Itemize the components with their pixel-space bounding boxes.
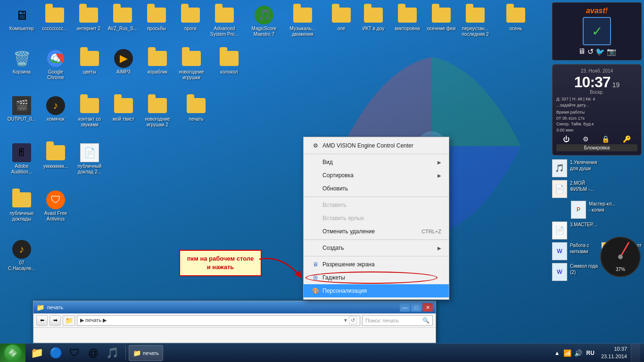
sidebar-file-1[interactable]: 🎵 1.Увлечениядля души xyxy=(552,159,642,177)
icon-label-folder1: ссссссссс... xyxy=(42,26,67,32)
icon-advanced[interactable]: Advanced System Pro... xyxy=(207,4,241,39)
tray-volume-icon[interactable]: 🔊 xyxy=(573,349,584,357)
start-button[interactable] xyxy=(0,344,25,362)
tray-expand-icon[interactable]: ▲ xyxy=(553,350,562,356)
ctx-vstavit-yarlyk[interactable]: Вставить ярлык xyxy=(304,212,449,225)
clock-timer: 3:00 мин xyxy=(556,127,637,133)
icon-viktorovna[interactable]: викторовна xyxy=(390,4,424,33)
clock-gear-icon[interactable]: ⚙ xyxy=(583,135,589,143)
icon-publichndoklady[interactable]: публичные доклады xyxy=(5,189,39,224)
show-desktop-btn[interactable] xyxy=(631,344,640,362)
ctx-obnovit-label: Обновить xyxy=(322,185,348,192)
fe-minimize-btn[interactable]: — xyxy=(400,303,410,312)
taskbar-quick-launch: 📁 🔵 🛡 @ 🎵 xyxy=(25,344,124,362)
icon-magicscore[interactable]: 🎵 MagicScore Maestro 7 xyxy=(247,4,281,39)
icon-pereust[interactable]: переустан... последняя 2 xyxy=(458,4,492,39)
clock-power-icon[interactable]: ⏻ xyxy=(563,135,570,143)
icon-avzrus[interactable]: AVZ_Rus_S... xyxy=(106,4,140,33)
fe-back-btn[interactable]: ⬅ xyxy=(36,315,48,326)
sidebar-file-5[interactable]: W Работа снитками xyxy=(552,242,589,260)
icon-pechat[interactable]: печать xyxy=(179,94,213,124)
icon-osen[interactable]: осень xyxy=(499,4,533,33)
ctx-razreshenie[interactable]: 🖥 Разрешение экрана xyxy=(304,258,449,271)
ctx-amd[interactable]: ⚙ AMD VISION Engine Control Center xyxy=(304,139,449,152)
ctx-gadgety[interactable]: ⊞ Гаджеты xyxy=(304,271,449,284)
taskbar-media-icon[interactable]: 🎵 xyxy=(103,345,122,362)
icon-label-advanced: Advanced System Pro... xyxy=(209,26,239,37)
icon-label-kontakt: контакт со звуками xyxy=(74,116,105,128)
avast-icon1[interactable]: 🖥 xyxy=(578,47,586,56)
icon-avast[interactable]: 🛡 Avast Free Antivirus xyxy=(39,189,73,224)
ctx-vid-label: Вид xyxy=(322,159,333,165)
fe-search-input[interactable]: Поиск: печать 🔍 xyxy=(362,315,433,326)
icon-label-komputer: Компьютер xyxy=(9,26,34,32)
icon-output[interactable]: 🎬 OUTPUT_0... xyxy=(5,94,39,124)
icon-audition[interactable]: 🎚 Adobe Audition... xyxy=(5,141,39,177)
sozdat-icon xyxy=(311,244,320,252)
clock-seconds: 19 xyxy=(612,81,620,89)
icon-label-avast: Avast Free Antivirus xyxy=(41,211,71,222)
icon-novogodnie[interactable]: новогодние игрушки xyxy=(174,47,208,82)
tray-clock[interactable]: 10:37 23.11.2014 xyxy=(597,346,631,360)
taskbar-active-window[interactable]: 📁 печать xyxy=(129,345,163,361)
icon-internet2[interactable]: интернет 2 xyxy=(72,4,106,33)
icon-xomyachok[interactable]: ♪ хомячок xyxy=(39,94,73,124)
icon-aktivaciya[interactable]: ♪ 07С.Насауле... xyxy=(5,238,39,273)
icon-ukkkk[interactable]: уккккккккк... xyxy=(39,141,73,171)
icon-osennfei[interactable]: осенние феи xyxy=(424,4,458,33)
clock-worktime: 0Т 0h 41m 17s xyxy=(556,115,637,122)
icon-kontakt[interactable]: контакт со звуками xyxy=(73,94,107,130)
taskbar-antivirus-icon[interactable]: 🛡 xyxy=(65,345,84,362)
icon-musical[interactable]: Музыкаль... движения xyxy=(286,4,320,39)
icon-label-progi: проги xyxy=(184,26,197,32)
ctx-sozdat[interactable]: Создать ▶ xyxy=(304,241,449,255)
fe-forward-btn[interactable]: ➡ xyxy=(50,315,61,326)
avast-icon2[interactable]: ↺ xyxy=(587,47,594,56)
icon-label-cvety: цветы xyxy=(83,69,96,75)
icon-chrome[interactable]: Google Chrome xyxy=(39,47,73,82)
ctx-otmenit[interactable]: Отменить удаление CTRL+Z xyxy=(304,225,449,238)
icon-novogodnie2[interactable]: новогодние игрушки 2 xyxy=(140,94,174,130)
icon-cvety[interactable]: цветы xyxy=(73,47,107,77)
icon-folder1[interactable]: ссссссссс... xyxy=(38,4,72,33)
fe-maximize-btn[interactable]: □ xyxy=(411,303,421,312)
fe-refresh-btn[interactable]: ↺ xyxy=(349,316,357,324)
icon-aimp3[interactable]: ▶ AIMP3 xyxy=(107,47,140,77)
taskbar-ie-icon[interactable]: 🔵 xyxy=(46,345,65,362)
avast-icon4[interactable]: 📷 xyxy=(607,47,616,56)
clock-sync: Синхр. Тайм. Буд-к xyxy=(556,121,637,127)
icon-ole[interactable]: оле xyxy=(324,4,358,33)
ctx-obnovit[interactable]: Обновить xyxy=(304,182,449,195)
avast-icon3[interactable]: 🐦 xyxy=(595,47,605,56)
icon-korablik[interactable]: кораблик xyxy=(140,47,174,77)
svg-text:37%: 37% xyxy=(616,267,625,272)
tray-network-icon[interactable]: 📶 xyxy=(562,349,573,357)
sidebar-file-3[interactable]: P Мастер-кл...- копия xyxy=(571,201,642,219)
icon-kolokol[interactable]: колокол xyxy=(212,47,246,77)
clock-lock-icon[interactable]: 🔒 xyxy=(602,135,610,143)
tray-language[interactable]: RU xyxy=(584,350,597,356)
icon-korzina[interactable]: 🗑️ Корзина xyxy=(5,47,39,77)
taskbar-mail-icon[interactable]: @ xyxy=(84,345,103,362)
right-sidebar: avast! ✓ 🖥 ↺ 🐦 📷 23. Нояб. 2014 10:37 19… xyxy=(550,0,644,321)
icon-progi[interactable]: проги xyxy=(173,4,207,33)
icon-prosby[interactable]: просьбы xyxy=(140,4,173,33)
icon-iktdou[interactable]: ИКТ в доу xyxy=(356,4,390,33)
icon-publichnydoklad[interactable]: 📄 публичный доклад 2... xyxy=(73,141,107,177)
fe-close-btn[interactable]: ✕ xyxy=(422,303,433,312)
ctx-vstavit[interactable]: Вставить xyxy=(304,198,449,212)
tray-icons: 📶 🔊 xyxy=(562,349,584,357)
clock-time: 10:37 xyxy=(574,74,611,90)
ctx-personalizaciya[interactable]: 🎨 Персонализация xyxy=(304,284,449,297)
ctx-sortirovka[interactable]: Сортировка ▶ xyxy=(304,169,449,182)
clock-key-icon[interactable]: 🔑 xyxy=(623,135,631,143)
sidebar-file-2[interactable]: 📄 2.МОЙФИЛЬМ -... xyxy=(552,180,642,198)
icon-label-audition: Adobe Audition... xyxy=(7,164,37,175)
icon-mojtvst[interactable]: мой твист xyxy=(107,94,140,124)
fe-address-bar[interactable]: ▶ печать ▶ ▼ ↺ xyxy=(77,315,360,326)
ctx-vstavit-label: Вставить xyxy=(322,202,347,208)
taskbar-explorer-icon[interactable]: 📁 xyxy=(27,345,46,362)
fe-address-dropdown[interactable]: ▼ xyxy=(343,318,348,323)
icon-komputer[interactable]: 🖥 Компьютер xyxy=(5,4,39,33)
ctx-vid[interactable]: Вид ▶ xyxy=(304,156,449,169)
